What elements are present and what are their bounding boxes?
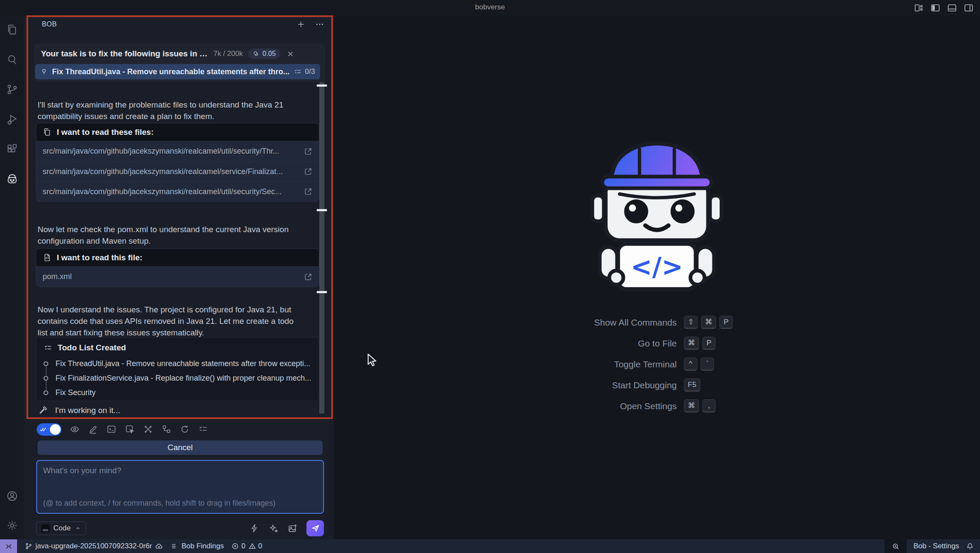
search-icon[interactable] [6, 53, 18, 66]
lightning-icon[interactable] [249, 523, 260, 533]
bob-robot-icon[interactable] [6, 173, 18, 185]
checklist-icon[interactable] [198, 424, 208, 434]
external-link-icon[interactable] [304, 167, 312, 176]
toggle-secondary-sidebar-icon[interactable] [963, 3, 974, 13]
todo-item-text: Fix ThreadUtil.java - Remove unreachable… [55, 359, 310, 368]
vscode-window: bobverse BOB [0, 0, 980, 553]
external-link-icon[interactable] [304, 147, 312, 156]
zoom-indicator[interactable] [884, 539, 907, 553]
shortcut-keys: F5 [684, 378, 759, 392]
x-tool-icon[interactable] [143, 424, 153, 434]
watermark-shortcuts: Show All Commands ⇧⌘P Go to File ⌘P Togg… [555, 316, 759, 413]
shortcut-label: Go to File [555, 338, 677, 349]
sparkles-icon[interactable] [268, 523, 279, 534]
read-file-header: I want to read this file: [36, 249, 319, 267]
read-files-title: I want to read these files: [57, 128, 154, 137]
toggle-panel-icon[interactable] [947, 3, 957, 13]
files-icon[interactable] [6, 23, 18, 36]
list-icon [171, 542, 178, 550]
key-cap: ⌘ [701, 316, 716, 329]
file-row[interactable]: src/main/java/com/github/jacekszymanski/… [36, 141, 319, 161]
todo-progress: 0/3 [294, 67, 315, 76]
key-cap: ⌘ [684, 399, 699, 413]
working-text: I'm working on it... [55, 406, 120, 415]
flow-icon[interactable] [161, 424, 172, 434]
warning-icon [248, 542, 256, 550]
toggle-knob [50, 424, 61, 435]
todo-item: Fix FinalizationService.java - Replace f… [44, 371, 312, 385]
error-count: 0 [241, 542, 245, 550]
send-button[interactable] [306, 520, 324, 536]
extensions-icon[interactable] [6, 143, 18, 155]
external-link-icon[interactable] [304, 187, 312, 196]
close-task-icon[interactable] [286, 50, 295, 58]
task-title: Your task is to fix the following issues… [41, 49, 208, 58]
scroll-marker [317, 84, 327, 87]
file-row[interactable]: pom.xml [36, 267, 319, 287]
shortcut-keys: ^` [684, 358, 759, 371]
read-file-title: I want to read this file: [57, 253, 143, 262]
mode-logo-icon [41, 524, 50, 533]
shortcut-row: Start Debugging F5 [555, 378, 759, 392]
shortcut-label: Toggle Terminal [555, 359, 677, 370]
file-list: src/main/java/com/github/jacekszymanski/… [36, 141, 319, 201]
bell-icon[interactable] [966, 542, 980, 550]
source-control-icon[interactable] [6, 83, 18, 96]
settings-gear-icon[interactable] [6, 519, 18, 532]
file-row[interactable]: src/main/java/com/github/jacekszymanski/… [36, 181, 319, 201]
shortcut-keys: ⌘, [684, 399, 759, 413]
file-path: src/main/java/com/github/jacekszymanski/… [43, 187, 299, 196]
customize-layout-icon[interactable] [913, 3, 924, 13]
key-cap: ^ [684, 358, 697, 371]
refresh-icon[interactable] [180, 424, 190, 434]
image-add-icon[interactable] [287, 523, 298, 534]
composer-toolbar: Code [36, 520, 324, 537]
read-file-card: I want to read this file: pom.xml [36, 248, 319, 287]
toggle-sidebar-icon[interactable] [930, 3, 941, 13]
new-task-icon[interactable] [296, 20, 306, 29]
current-todo-banner[interactable]: Fix ThreadUtil.java - Remove unreachable… [35, 64, 320, 79]
todo-progress-count: 0/3 [305, 67, 315, 76]
chat-input[interactable]: What's on your mind? (@ to add context, … [36, 460, 324, 514]
todo-list-title-row: Todo List Created [44, 343, 312, 352]
read-files-header: I want to read these files: [36, 123, 319, 141]
file-path: src/main/java/com/github/jacekszymanski/… [43, 147, 299, 156]
bob-logo: </> [586, 138, 727, 295]
bob-panel: BOB Your task is to fix the following is… [24, 15, 334, 539]
checklist-icon [294, 68, 302, 76]
eye-icon[interactable] [70, 424, 80, 434]
shortcut-label: Show All Commands [555, 317, 677, 328]
key-cap: F5 [684, 378, 700, 392]
remote-indicator[interactable] [0, 539, 17, 553]
account-icon[interactable] [6, 490, 18, 502]
todo-item-text: Fix Security [55, 388, 96, 397]
todo-items: Fix ThreadUtil.java - Remove unreachable… [44, 356, 312, 400]
more-actions-icon[interactable] [315, 20, 324, 29]
checklist-icon [44, 343, 52, 352]
file-path: pom.xml [43, 272, 299, 281]
insert-cursor-icon[interactable] [125, 424, 135, 434]
mode-selector[interactable]: Code [36, 521, 86, 535]
bob-findings-label: Bob Findings [181, 542, 224, 550]
auto-approve-toggle[interactable] [37, 423, 61, 436]
cancel-button[interactable]: Cancel [38, 440, 323, 455]
branch-icon [25, 542, 32, 550]
external-link-icon[interactable] [304, 273, 312, 281]
bob-findings-status[interactable]: Bob Findings [171, 542, 224, 550]
chat-scrollbar[interactable] [319, 82, 324, 413]
bob-settings-status[interactable]: Bob - Settings [907, 542, 966, 550]
branch-status[interactable]: java-upgrade-20251007092332-0r6r [25, 542, 163, 550]
run-debug-icon[interactable] [6, 113, 18, 125]
input-hint: (@ to add context, / for commands, hold … [43, 499, 317, 508]
file-row[interactable]: src/main/java/com/github/jacekszymanski/… [36, 161, 319, 181]
terminal-icon[interactable] [106, 424, 117, 434]
shortcut-label: Start Debugging [555, 380, 677, 390]
chevron-up-icon [75, 525, 81, 532]
editor-area: </> Show All Commands ⇧⌘P Go to File ⌘P [334, 15, 980, 539]
warning-count: 0 [258, 542, 262, 550]
edit-icon[interactable] [88, 424, 98, 434]
problems-status[interactable]: 0 0 [231, 542, 262, 550]
branch-name: java-upgrade-20251007092332-0r6r [35, 542, 152, 550]
scroll-marker [317, 209, 327, 211]
task-header-card[interactable]: Your task is to fix the following issues… [34, 44, 325, 82]
